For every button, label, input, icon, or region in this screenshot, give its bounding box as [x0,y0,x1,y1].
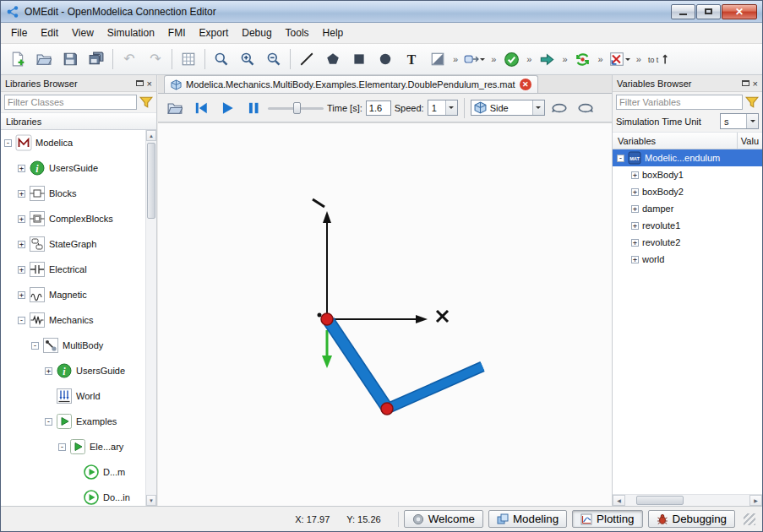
tree-item-mechanics[interactable]: Mechanics [1,307,156,333]
expand-icon[interactable] [631,171,639,179]
collapse-icon[interactable] [31,342,39,350]
plotting-view-button[interactable]: Plotting [572,510,642,528]
maximize-button[interactable] [696,4,721,19]
menu-debug[interactable]: Debug [235,24,278,41]
line-tool-button[interactable] [294,47,319,71]
animation-canvas[interactable] [158,122,613,506]
menu-simulation[interactable]: Simulation [101,24,161,41]
check-model-button[interactable] [499,47,524,71]
variable-revolute1[interactable]: revolute1 [613,217,762,234]
expand-icon[interactable] [631,188,639,196]
menu-edit[interactable]: Edit [34,24,65,41]
column-value[interactable]: Valu [737,133,762,149]
scroll-right-icon[interactable]: ▶ [749,495,762,506]
variable-world[interactable]: world [613,251,762,268]
variables-horizontal-scrollbar[interactable]: ◀ ▶ [613,494,762,506]
combo-arrow-icon[interactable] [746,114,758,128]
toolbar-overflow-chevron[interactable]: » [597,54,605,64]
new-modelica-class-button[interactable] [5,47,30,71]
ellipse-tool-button[interactable] [373,47,398,71]
variable-boxbody1[interactable]: boxBody1 [613,166,762,183]
speed-combo[interactable]: 1 [428,100,458,116]
perspective-combo[interactable]: Side [471,100,545,116]
expand-icon[interactable] [18,241,25,248]
simulate-button[interactable] [534,47,559,71]
toolbar-overflow-chevron[interactable]: » [635,54,643,64]
filter-variables-input[interactable] [616,95,743,110]
combo-arrow-icon[interactable] [445,100,457,115]
reset-zoom-button[interactable] [209,47,234,71]
expand-icon[interactable] [18,291,25,299]
variable-damper[interactable]: damper [613,200,762,217]
libraries-scrollbar[interactable]: ▲ ▼ [145,130,156,506]
text-tool-button[interactable]: T [399,47,424,71]
expand-icon[interactable] [18,215,25,223]
close-button[interactable]: ✕ [722,4,757,19]
expand-icon[interactable] [18,266,25,274]
time-input[interactable] [366,100,391,116]
expand-icon[interactable] [45,367,52,375]
expand-icon[interactable] [631,205,639,213]
modeling-view-button[interactable]: Modeling [488,510,567,528]
interactive-plot-button[interactable]: to t [644,47,673,71]
expand-icon[interactable] [631,239,639,247]
collapse-icon[interactable] [18,317,25,324]
new-plot-window-button[interactable] [606,47,634,71]
tree-item-examples[interactable]: Examples [1,409,156,434]
collapse-icon[interactable] [58,443,66,451]
scroll-up-icon[interactable]: ▲ [146,130,156,141]
collapse-icon[interactable] [4,139,12,147]
welcome-view-button[interactable]: Welcome [404,510,483,528]
pause-button[interactable] [242,97,264,119]
re-simulate-button[interactable] [570,47,596,71]
open-result-file-button[interactable] [163,97,186,119]
slider-handle[interactable] [293,102,301,114]
dock-close-icon[interactable]: × [147,79,152,88]
save-all-button[interactable] [84,47,109,71]
collapse-icon[interactable] [617,155,624,162]
expand-icon[interactable] [18,190,25,198]
tree-item-modelica[interactable]: Modelica [1,130,156,155]
tree-item-electrical[interactable]: Electrical [1,257,156,282]
toolbar-overflow-chevron[interactable]: » [451,54,460,64]
menu-tools[interactable]: Tools [279,24,316,41]
tree-item-doublependulum[interactable]: D...m [1,459,156,485]
play-button[interactable] [215,97,238,119]
variable-result-root[interactable]: MAT Modelic...endulum [613,149,762,166]
libraries-header[interactable]: Libraries [1,112,156,130]
tree-item-usersguide[interactable]: i UsersGuide [1,155,156,181]
scrollbar-thumb[interactable] [147,143,155,219]
variable-revolute2[interactable]: revolute2 [613,234,762,251]
toolbar-overflow-chevron[interactable]: » [525,54,533,64]
combo-arrow-icon[interactable] [532,100,544,115]
expand-icon[interactable] [631,222,639,230]
filter-classes-input[interactable] [4,95,137,110]
tree-item-usersguide-multibody[interactable]: i UsersGuide [1,358,156,383]
polygon-tool-button[interactable] [320,47,346,71]
tree-item-multibody[interactable]: MultiBody [1,333,156,358]
resize-grip[interactable] [744,513,755,525]
tab-doublependulum-result[interactable]: Modelica.Mechanics.MultiBody.Examples.El… [164,75,538,93]
minimize-button[interactable] [671,4,695,19]
filter-funnel-icon[interactable] [139,95,153,109]
rotate-right-button[interactable] [575,97,597,119]
tree-item-complexblocks[interactable]: ComplexBlocks [1,206,156,231]
debugging-view-button[interactable]: Debugging [648,510,735,528]
tree-item-doublependuluminittip[interactable]: Do...in [1,485,156,506]
tree-item-blocks[interactable]: Blocks [1,181,156,206]
scroll-left-icon[interactable]: ◀ [613,495,625,506]
tab-close-icon[interactable]: ✕ [520,79,531,90]
rectangle-tool-button[interactable] [346,47,372,71]
tree-item-stategraph[interactable]: StateGraph [1,231,156,257]
show-grid-button[interactable] [176,47,201,71]
menu-file[interactable]: File [4,24,34,41]
menu-view[interactable]: View [65,24,101,41]
rotate-left-button[interactable] [548,97,571,119]
redo-button[interactable]: ↷ [143,47,168,71]
title-bar[interactable]: OMEdit - OpenModelica Connection Editor … [1,1,762,23]
toolbar-overflow-chevron[interactable]: » [489,54,498,64]
toolbar-overflow-chevron[interactable]: » [560,54,569,64]
undo-button[interactable]: ↶ [117,47,142,71]
open-file-button[interactable] [31,47,57,71]
filter-funnel-icon[interactable] [745,95,759,109]
